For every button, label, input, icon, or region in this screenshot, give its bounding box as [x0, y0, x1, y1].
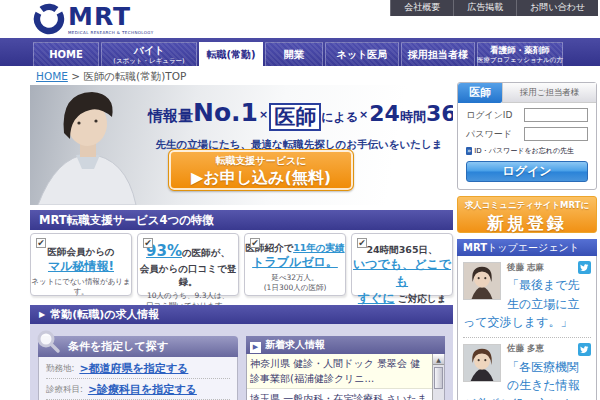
password-input[interactable]	[524, 127, 588, 141]
company-link[interactable]: 会社概要	[390, 0, 453, 16]
check-icon: ✔	[357, 238, 367, 248]
logo-tagline: MEDICAL RESEARCH & TECHNOLOGY	[68, 30, 154, 35]
breadcrumb-separator: >	[71, 70, 80, 82]
breadcrumb-current: 医師の転職(常勤)TOP	[83, 70, 186, 82]
nav-tab-parttime[interactable]: バイト (スポット・レギュラー)	[101, 42, 197, 66]
job-listing[interactable]: 神奈川県 健診・人間ドック 景翠会 健診事業部(福浦健診クリニ...	[247, 354, 432, 389]
agent-photo	[463, 344, 501, 382]
mrt-logo-icon	[33, 3, 65, 35]
doctor-photo	[30, 85, 148, 205]
play-icon: ▶	[250, 342, 261, 353]
nav-tab-home[interactable]: HOME	[33, 42, 99, 66]
prefecture-link[interactable]: >都道府県を指定する	[79, 361, 188, 376]
check-icon: ✔	[36, 238, 46, 248]
login-id-label: ログインID	[466, 109, 512, 122]
breadcrumb: HOME > 医師の転職(常勤)TOP	[36, 70, 186, 84]
scroll-up-button[interactable]: ▲	[433, 354, 444, 365]
main-nav: HOME バイト (スポット・レギュラー) 転職(常勤) 開業 ネット医局 採用…	[0, 38, 600, 66]
features-section-header: MRT転職支援サービス4つの特徴	[30, 210, 453, 230]
forgot-password-link[interactable]: »ID・パスワードをお忘れの先生	[458, 141, 596, 156]
nav-tab-net-ikyoku[interactable]: ネット医局	[325, 42, 399, 66]
job-search-box: 条件を指定して探す 勤務地: >都道府県を指定する 診療科目: >診療科目を指定…	[38, 336, 238, 400]
utility-nav: 会社概要 広告掲載 お問い合わせ	[390, 0, 598, 16]
feature-zero-trouble: ✔ 医師紹介で11年の実績 トラブルゼロ。 延べ32万人。 (1日300人の医師…	[244, 233, 346, 296]
top-agents-list: 後藤 志麻 「最後まで先生の立場に立って交渉します。」 佐藤 多恵	[457, 256, 597, 400]
job-list-scrollbar[interactable]: ▲	[432, 354, 444, 400]
nav-tab-career-active[interactable]: 転職(常勤)	[199, 42, 263, 66]
hero-headline: 情報量No.1×医師による×24時間365日	[148, 98, 450, 131]
job-listing[interactable]: 埼玉県 一般内科・在宅診療科 さいたまホ	[247, 389, 432, 400]
play-icon: ▶	[39, 310, 45, 319]
login-tab-recruiter[interactable]: 採用ご担当者様	[502, 83, 596, 103]
advertising-link[interactable]: 広告掲載	[453, 0, 516, 16]
search-row-specialty: 診療科目: >診療科目を指定する	[46, 379, 230, 400]
login-tab-doctor[interactable]: 医師	[458, 83, 502, 103]
scrollbar-thumb[interactable]	[434, 367, 443, 389]
breadcrumb-home-link[interactable]: HOME	[36, 70, 68, 82]
twitter-icon[interactable]	[578, 261, 591, 274]
agent-photo	[463, 262, 501, 300]
apply-cta-button[interactable]: 転職支援サービスに ▶お申し込み(無料)	[168, 149, 354, 191]
agent-name: 後藤 志麻	[507, 262, 544, 274]
jobs-panel: 条件を指定して探す 勤務地: >都道府県を指定する 診療科目: >診療科目を指定…	[30, 324, 453, 400]
search-row-location: 勤務地: >都道府県を指定する	[46, 358, 230, 379]
password-label: パスワード	[466, 128, 512, 141]
hero-banner: 情報量No.1×医師による×24時間365日 先生の立場にたち、最適な転職先探し…	[30, 85, 453, 205]
search-icon	[36, 329, 62, 355]
feature-word-of-mouth: ✔ 93%の医師が、 会員からの口コミで登録。 10人のうち、9.3人は、 口コ…	[137, 233, 239, 296]
nav-tab-recruiters[interactable]: 採用担当者様	[401, 42, 475, 66]
login-box: 医師 採用ご担当者様 ログインID パスワード »ID・パスワードをお忘れの先生…	[457, 82, 597, 190]
specialty-link[interactable]: >診療科目を指定する	[88, 382, 197, 397]
login-button[interactable]: ログイン	[466, 161, 588, 182]
check-icon: ✔	[143, 238, 153, 248]
page: MRT MEDICAL RESEARCH & TECHNOLOGY 会社概要 広…	[0, 0, 600, 400]
top-agents-header: MRTトップエージェント	[457, 239, 597, 256]
job-search-header: 条件を指定して探す	[38, 336, 238, 357]
nav-tab-nurses[interactable]: 看護師・薬剤師 医療プロフェッショナルの方	[477, 42, 563, 66]
agent-card: 佐藤 多恵 「各医療機関の生きた情報が必ずお役に立ちます。」	[463, 343, 591, 400]
jobs-section-header: ▶常勤(転職)の求人情報	[30, 305, 453, 325]
agent-card: 後藤 志麻 「最後まで先生の立場に立って交渉します。」	[463, 261, 591, 338]
contact-link[interactable]: お問い合わせ	[516, 0, 598, 16]
mrt-logo[interactable]: MRT MEDICAL RESEARCH & TECHNOLOGY	[33, 3, 154, 35]
new-jobs-box: ▶新着求人情報 神奈川県 健診・人間ドック 景翠会 健診事業部(福浦健診クリニ.…	[246, 336, 445, 400]
check-icon: ✔	[250, 238, 260, 248]
nav-tab-practice[interactable]: 開業	[265, 42, 323, 66]
twitter-icon[interactable]	[578, 343, 591, 356]
login-id-input[interactable]	[524, 108, 588, 122]
sidebar: 医師 採用ご担当者様 ログインID パスワード »ID・パスワードをお忘れの先生…	[457, 82, 597, 400]
agent-name: 佐藤 多恵	[507, 343, 544, 355]
chevrons-icon: »	[466, 147, 472, 155]
new-jobs-header: ▶新着求人情報	[246, 336, 445, 354]
register-button[interactable]: 求人コミュニティサイトMRTに 新規登録	[457, 196, 597, 233]
feature-secret-info: ✔ 医師会員からの マル秘情報! ネットにでない情報があります。	[30, 233, 132, 296]
logo-text: MRT	[68, 4, 154, 29]
features-row: ✔ 医師会員からの マル秘情報! ネットにでない情報があります。 ✔ 93%の医…	[30, 233, 453, 296]
feature-24-365: ✔ 24時間365日、 いつでも、どこでも すぐに ご対応します。	[351, 233, 453, 296]
